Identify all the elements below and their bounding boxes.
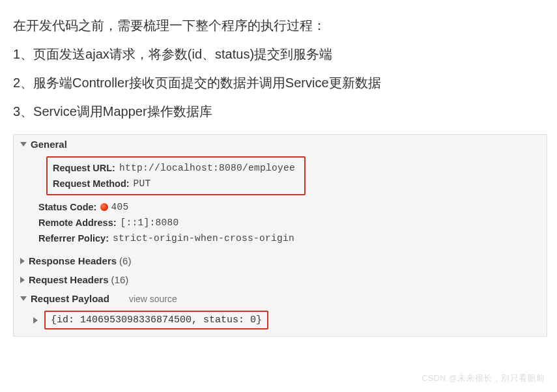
request-url-label: Request URL: — [53, 163, 115, 173]
request-headers-title: Request Headers — [29, 274, 109, 285]
chevron-right-icon — [33, 317, 38, 324]
chevron-right-icon — [20, 277, 25, 283]
request-payload-body: {id: 1406953098336874500, status: 0} — [14, 308, 547, 336]
status-code-value: 405 — [111, 202, 128, 212]
intro-line-0: 在开发代码之前，需要梳理一下整个程序的执行过程： — [13, 13, 547, 38]
remote-address-value: [::1]:8080 — [121, 217, 179, 228]
general-section-header[interactable]: General — [14, 135, 547, 154]
remote-address-row: Remote Address: [::1]:8080 — [35, 215, 547, 231]
request-payload-title: Request Payload — [31, 293, 109, 304]
referrer-policy-value: strict-origin-when-cross-origin — [113, 233, 294, 244]
response-headers-count: (6) — [119, 255, 131, 266]
status-code-label: Status Code: — [38, 202, 96, 212]
request-method-value: PUT — [134, 178, 151, 189]
chevron-down-icon — [20, 296, 27, 301]
status-code-row: Status Code: 405 — [35, 199, 547, 215]
request-url-value: http://localhost:8080/employee — [119, 163, 295, 173]
view-source-link[interactable]: view source — [129, 294, 177, 304]
request-method-label: Request Method: — [53, 178, 130, 189]
intro-line-1: 1、页面发送ajax请求，将参数(id、status)提交到服务端 — [13, 42, 547, 66]
request-payload-content: {id: 1406953098336874500, status: 0} — [44, 311, 268, 329]
devtools-panel: General Request URL: http://localhost:80… — [13, 134, 547, 337]
response-headers-header[interactable]: Response Headers (6) — [14, 251, 547, 270]
remote-address-label: Remote Address: — [38, 217, 117, 228]
referrer-policy-row: Referrer Policy: strict-origin-when-cros… — [35, 231, 547, 246]
request-url-method-highlight: Request URL: http://localhost:8080/emplo… — [46, 156, 306, 195]
referrer-policy-label: Referrer Policy: — [38, 233, 109, 244]
general-title: General — [31, 139, 67, 150]
watermark: CSDN @未来很长，别只看眼前 — [421, 373, 545, 384]
request-payload-header[interactable]: Request Payload view source — [14, 289, 547, 308]
request-method-row: Request Method: PUT — [49, 176, 299, 191]
request-url-row: Request URL: http://localhost:8080/emplo… — [49, 160, 299, 176]
intro-line-3: 3、Service调用Mapper操作数据库 — [13, 99, 547, 124]
chevron-right-icon — [20, 258, 25, 264]
response-headers-title: Response Headers — [29, 255, 117, 266]
general-section-body: Request URL: http://localhost:8080/emplo… — [14, 154, 547, 251]
status-error-icon — [100, 203, 108, 211]
request-headers-count: (16) — [111, 274, 129, 285]
chevron-down-icon — [20, 142, 27, 147]
request-headers-header[interactable]: Request Headers (16) — [14, 270, 547, 289]
intro-line-2: 2、服务端Controller接收页面提交的数据并调用Service更新数据 — [13, 70, 547, 95]
